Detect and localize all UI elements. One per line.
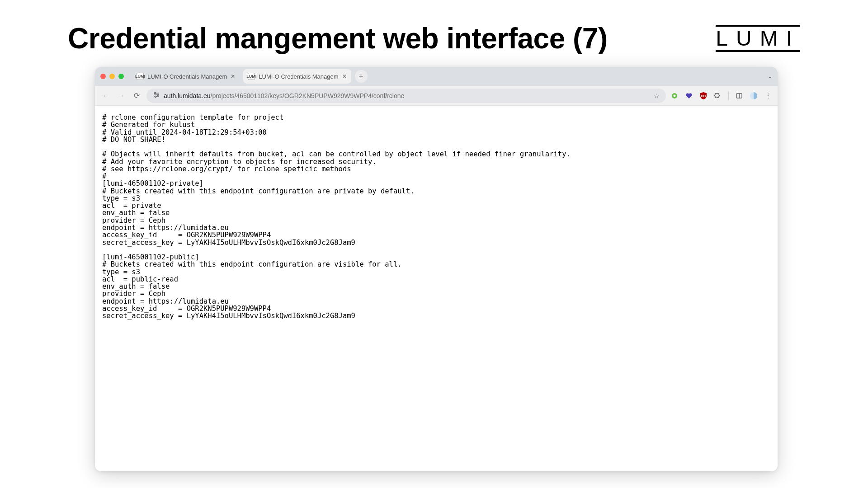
forward-button[interactable]: → [116,90,127,101]
tab-strip-right: ⌄ [768,73,772,80]
maximize-window-button[interactable] [118,74,124,79]
url-path: /projects/465001102/keys/OGR2KN5PUPW929W… [211,92,405,99]
close-tab-icon[interactable]: ✕ [231,73,235,80]
page-content: # rclone configuration template for proj… [95,106,778,471]
browser-toolbar: ← → ⟳ auth.lumidata.eu/projects/46500110… [95,86,778,106]
svg-point-5 [155,96,156,98]
bookmark-star-icon[interactable]: ☆ [654,92,660,99]
extension-icons: UO ⋮ [670,91,772,100]
tab-list-dropdown-icon[interactable]: ⌄ [768,73,772,80]
address-bar[interactable]: auth.lumidata.eu/projects/465001102/keys… [146,89,666,103]
slide-title: Credential mangement web interface (7) [68,22,608,55]
tab-title: LUMI-O Credentials Managem [147,73,227,80]
svg-rect-9 [736,94,742,98]
svg-point-3 [155,93,156,94]
side-panel-icon[interactable] [735,92,743,100]
svg-point-7 [674,94,676,97]
new-tab-button[interactable]: + [355,70,368,83]
tab-title: LUMI-O Credentials Managem [259,73,338,80]
tab-favicon: LUMI [137,73,144,80]
tab-0[interactable]: LUMI LUMI-O Credentials Managem ✕ [132,69,240,84]
browser-menu-icon[interactable]: ⋮ [764,92,772,100]
tab-strip: LUMI LUMI-O Credentials Managem ✕ LUMI L… [95,67,778,86]
rclone-config-text: # rclone configuration template for proj… [102,114,770,319]
lumi-logo: LUMI [716,25,800,52]
toolbar-divider [728,91,729,100]
url-text: auth.lumidata.eu/projects/465001102/keys… [164,92,404,99]
profile-avatar-icon[interactable] [750,92,758,100]
close-window-button[interactable] [100,74,106,79]
back-button[interactable]: ← [100,90,111,101]
window-controls [100,74,124,79]
svg-point-4 [157,94,159,96]
close-tab-icon[interactable]: ✕ [342,73,347,80]
reload-button[interactable]: ⟳ [131,90,142,101]
extension-1-icon[interactable] [670,92,679,100]
url-domain: auth.lumidata.eu [164,92,211,99]
browser-window: LUMI LUMI-O Credentials Managem ✕ LUMI L… [95,67,778,471]
tab-favicon: LUMI [248,73,255,80]
svg-text:UO: UO [701,94,706,98]
ublock-icon[interactable]: UO [699,92,708,100]
slide-header: Credential mangement web interface (7) L… [68,22,800,55]
tab-1[interactable]: LUMI LUMI-O Credentials Managem ✕ [243,69,351,84]
extensions-puzzle-icon[interactable] [714,92,722,100]
site-settings-icon[interactable] [153,91,160,100]
extension-2-icon[interactable] [685,92,693,100]
minimize-window-button[interactable] [109,74,115,79]
